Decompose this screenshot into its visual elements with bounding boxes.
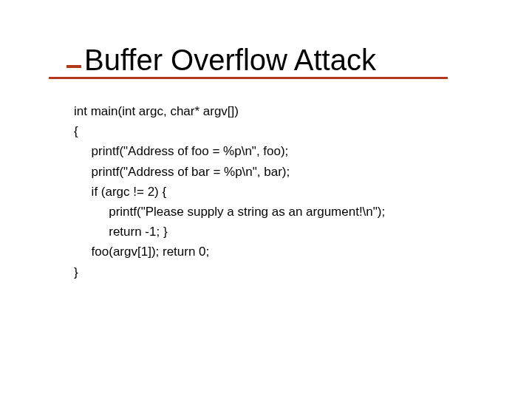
code-line: printf("Please supply a string as an arg… — [74, 205, 385, 219]
code-line: int main(int argc, char* argv[]) — [74, 104, 239, 118]
code-line: } — [74, 265, 78, 279]
code-line: printf("Address of foo = %p\n", foo); — [74, 144, 288, 158]
code-line: foo(argv[1]); return 0; — [74, 245, 209, 259]
title-area: Buffer Overflow Attack — [66, 44, 473, 79]
slide: Buffer Overflow Attack int main(int argc… — [0, 0, 532, 399]
title-bullet-icon — [66, 47, 81, 68]
code-block: int main(int argc, char* argv[]) { print… — [74, 101, 473, 282]
code-line: printf("Address of bar = %p\n", bar); — [74, 165, 290, 179]
title-container: Buffer Overflow Attack — [66, 44, 448, 79]
code-line: return -1; } — [74, 225, 168, 239]
code-line: { — [74, 124, 78, 138]
slide-title: Buffer Overflow Attack — [84, 44, 376, 75]
title-underline — [49, 77, 448, 79]
code-line: if (argc != 2) { — [74, 185, 166, 199]
